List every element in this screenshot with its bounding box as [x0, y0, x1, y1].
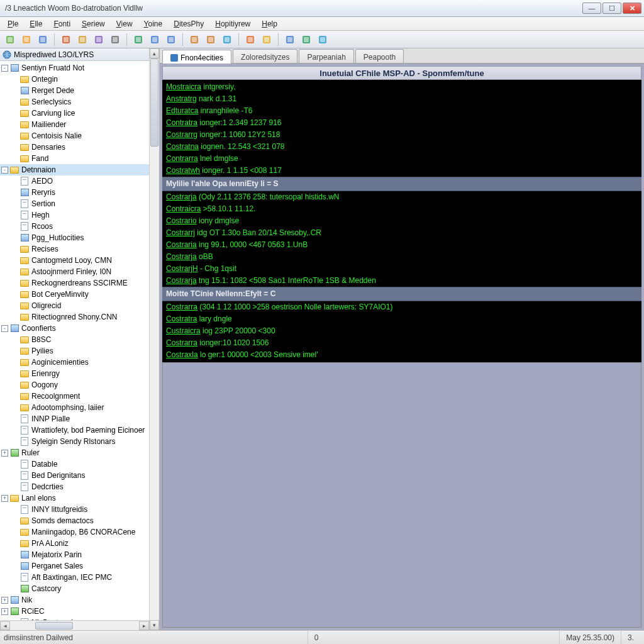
tab-fnon4ecities[interactable]: Fnon4ecities — [162, 50, 231, 64]
tree-node[interactable]: Cantogmetd Looy, CMN — [0, 255, 149, 266]
scroll-down-button[interactable]: ▾ — [150, 620, 159, 630]
scroll-up-button[interactable]: ▴ — [150, 48, 159, 58]
tab-peapooth[interactable]: Peapooth — [355, 49, 404, 63]
expand-toggle[interactable]: + — [1, 450, 8, 457]
tree-node[interactable]: Ontegin — [0, 74, 149, 85]
v-scroll-track[interactable] — [150, 58, 159, 620]
tree-node[interactable]: +Ruler — [0, 447, 149, 458]
tree-node[interactable]: AEDO — [0, 175, 149, 187]
scroll-right-button[interactable]: ▸ — [139, 621, 149, 630]
tree-node[interactable]: Syleigin Sendy Rlstonars — [0, 436, 149, 447]
expand-toggle[interactable]: + — [1, 608, 8, 615]
tree-view[interactable]: -Sentiyn Fruatd NotOnteginRerget DedeSer… — [0, 61, 149, 620]
tree-node[interactable]: Reryris — [0, 187, 149, 198]
tree-node[interactable]: Aft Baxtingan, IEC PMC — [0, 572, 149, 583]
tree-node[interactable]: Wrattiofety, bod Paeming Eicinoer — [0, 425, 149, 436]
new-button[interactable] — [4, 33, 16, 46]
redo-button[interactable] — [165, 33, 177, 46]
tree-node[interactable]: Datable — [0, 458, 149, 470]
user-button[interactable] — [188, 33, 201, 46]
tree-node[interactable]: Oogony — [0, 379, 149, 391]
tree-node[interactable]: Fand — [0, 153, 149, 164]
tree-node[interactable]: -Sentiyn Fruatd Not — [0, 62, 149, 74]
flag1-button[interactable] — [244, 33, 257, 46]
tree-node[interactable]: Pyilies — [0, 345, 149, 357]
expand-toggle[interactable]: + — [1, 495, 8, 502]
menu-elle[interactable]: Elle — [25, 18, 47, 30]
minimize-button[interactable]: — — [582, 3, 601, 14]
tab-parpeaniah[interactable]: Parpeaniah — [299, 49, 353, 63]
tree-node[interactable]: Reckognerdreans SSCIRME — [0, 277, 149, 289]
expand-toggle[interactable]: - — [1, 167, 8, 174]
menu-ple[interactable]: Ple — [3, 18, 23, 30]
save-button[interactable] — [36, 33, 49, 46]
paste-button[interactable] — [92, 33, 105, 46]
tree-node[interactable]: -Coonfierts — [0, 323, 149, 334]
tree-node[interactable]: Rerget Dede — [0, 85, 149, 96]
tree-node[interactable]: Hegh — [0, 209, 149, 221]
h-scroll-thumb[interactable] — [35, 622, 73, 630]
tree-node[interactable]: INNY littufgreidis — [0, 504, 149, 515]
tree-node[interactable]: Rcoos — [0, 221, 149, 232]
tree-node[interactable]: Densaries — [0, 142, 149, 153]
tree-node[interactable]: INNP Pialle — [0, 413, 149, 425]
h-scroll-track[interactable] — [10, 621, 139, 630]
tree-node[interactable]: Recoolgnment — [0, 391, 149, 402]
plus-button[interactable] — [300, 33, 313, 46]
tree-node[interactable]: Somds demactocs — [0, 515, 149, 526]
menu-seriew[interactable]: Seriew — [77, 18, 110, 30]
tree-node[interactable]: Maniingadop, B6 CNORACene — [0, 526, 149, 538]
tree-node[interactable]: Recises — [0, 243, 149, 255]
scroll-left-button[interactable]: ◂ — [0, 621, 10, 630]
tab-zoloredsityzes[interactable]: Zoloredsityzes — [233, 49, 297, 63]
expand-toggle[interactable]: - — [1, 325, 8, 332]
tree-node[interactable]: PrA ALoniz — [0, 538, 149, 549]
tree-node[interactable]: Sertion — [0, 198, 149, 209]
tree-node[interactable]: Bed Derignitans — [0, 470, 149, 481]
menu-fonti[interactable]: Fonti — [48, 18, 75, 30]
prefs-button[interactable] — [109, 33, 121, 46]
tree-node[interactable]: Erienrgy — [0, 368, 149, 379]
menu-hopitiyrew[interactable]: Hopitiyrew — [210, 18, 255, 30]
tree-node[interactable]: Castcory — [0, 583, 149, 594]
copy-button[interactable] — [76, 33, 89, 46]
sidebar-h-scrollbar[interactable]: ◂ ▸ — [0, 620, 149, 630]
tree-node[interactable]: Mailiender — [0, 119, 149, 130]
close-button[interactable]: ✕ — [623, 3, 641, 14]
undo-button[interactable] — [148, 33, 161, 46]
tree-node[interactable]: Aoginicemienties — [0, 357, 149, 368]
tree-node[interactable]: +Lanl elons — [0, 492, 149, 504]
menu-help[interactable]: Help — [257, 18, 282, 30]
tree-node[interactable]: +Nik — [0, 594, 149, 606]
expand-toggle[interactable]: - — [1, 65, 8, 72]
tree-node[interactable]: Astoojnmerd Finley, I0N — [0, 266, 149, 277]
tree-node[interactable]: Oligrecid — [0, 300, 149, 311]
tree-node[interactable]: Dedcrties — [0, 481, 149, 492]
tree-node[interactable]: Serleclysics — [0, 96, 149, 108]
sidebar-v-scrollbar[interactable]: ▴ ▾ — [149, 48, 159, 630]
menu-yoine[interactable]: Yoine — [139, 18, 168, 30]
cut-button[interactable] — [60, 33, 72, 46]
tree-node[interactable]: Pgg_Hutlocities — [0, 232, 149, 243]
tree-node[interactable]: Adootomphsing, laiier — [0, 402, 149, 413]
tree-node[interactable]: Ritectiognred Shony.CNN — [0, 311, 149, 323]
tree-node[interactable]: Centoisis Nalie — [0, 130, 149, 142]
maximize-button[interactable]: ☐ — [602, 3, 621, 14]
expand-toggle[interactable]: + — [1, 597, 8, 604]
tree-node[interactable]: B8SC — [0, 334, 149, 345]
menu-view[interactable]: View — [111, 18, 138, 30]
tree-node[interactable]: Mejatorix Parin — [0, 549, 149, 560]
tree-node[interactable]: -Detnnaion — [0, 164, 149, 175]
search-button[interactable] — [284, 33, 296, 46]
image-button[interactable] — [316, 33, 329, 46]
tree-node[interactable]: +RCiEC — [0, 606, 149, 617]
open-button[interactable] — [20, 33, 33, 46]
globe-button[interactable] — [221, 33, 233, 46]
tree-node[interactable]: Carviung lice — [0, 108, 149, 119]
tree-node[interactable]: Bot CeryeMinvity — [0, 289, 149, 300]
refresh-button[interactable] — [132, 33, 145, 46]
console-output[interactable]: Mostraicra intgrersiy,Anstratrg nark d.1… — [162, 80, 641, 362]
tree-node[interactable]: Perganet Sales — [0, 560, 149, 572]
users-button[interactable] — [204, 33, 217, 46]
menu-ditesphy[interactable]: DitesPhy — [169, 18, 209, 30]
